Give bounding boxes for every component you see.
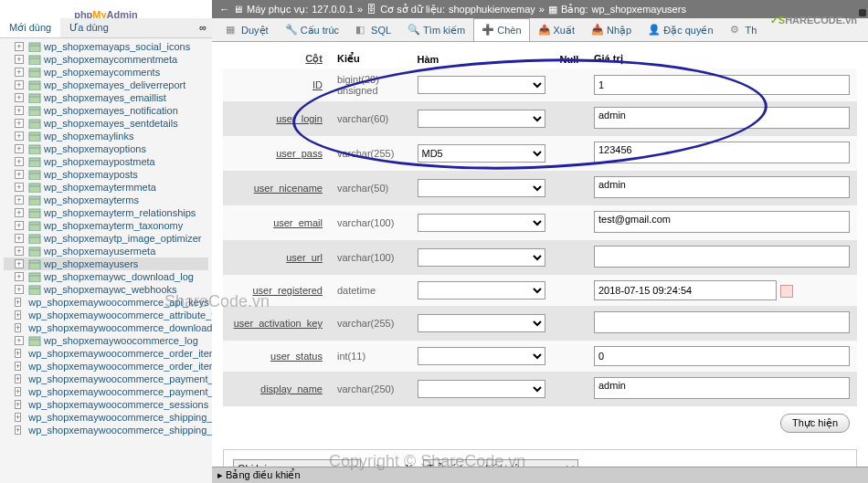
expand-icon[interactable]: +	[15, 131, 24, 141]
tree-item-wp_shopxemayterm_taxonomy[interactable]: +wp_shopxemayterm_taxonomy	[4, 219, 208, 232]
expand-icon[interactable]: +	[15, 80, 24, 89]
value-input-user_status[interactable]	[594, 346, 850, 366]
expand-icon[interactable]: +	[15, 68, 24, 77]
tab-cấu trúc[interactable]: 🔧Cấu trúc	[277, 18, 347, 41]
tree-item-wp_shopxemayes_notification[interactable]: +wp_shopxemayes_notification	[4, 104, 208, 117]
expand-icon[interactable]: +	[15, 144, 24, 153]
expand-icon[interactable]: +	[15, 413, 21, 422]
tree-item-wp_shopxemayposts[interactable]: +wp_shopxemayposts	[4, 168, 208, 181]
tree-item-wp_shopxemaywoocommerce_download[interactable]: +wp_shopxemaywoocommerce_download	[4, 321, 208, 334]
db-link[interactable]: shopphukienxemay	[449, 4, 535, 15]
tree-item-wp_shopxemayterm_relationships[interactable]: +wp_shopxemayterm_relationships	[4, 206, 208, 219]
value-input-user_url[interactable]	[594, 246, 850, 268]
expand-icon[interactable]: +	[15, 221, 24, 230]
tree-item-wp_shopxemaywoocommerce_payment_[interactable]: +wp_shopxemaywoocommerce_payment_	[4, 373, 208, 385]
expand-icon[interactable]: +	[15, 400, 21, 409]
nav-back-icon[interactable]: ←	[219, 4, 229, 15]
calendar-icon[interactable]	[780, 285, 793, 298]
function-select-user_email[interactable]	[418, 214, 545, 232]
tab-favorites[interactable]: Ưa dùng	[60, 18, 118, 37]
function-select-user_pass[interactable]: MD5	[418, 144, 545, 163]
tree-item-wp_shopxemayaps_social_icons[interactable]: +wp_shopxemayaps_social_icons	[4, 40, 208, 53]
tree-item-wp_shopxemaypostmeta[interactable]: +wp_shopxemaypostmeta	[4, 155, 208, 168]
expand-icon[interactable]: +	[15, 259, 24, 268]
tree-item-wp_shopxemaytermmeta[interactable]: +wp_shopxemaytermmeta	[4, 181, 208, 194]
function-select-user_registered[interactable]	[418, 281, 545, 299]
expand-icon[interactable]: +	[15, 55, 24, 64]
tab-duyệt[interactable]: ▦Duyệt	[217, 18, 277, 41]
tree-item-wp_shopxemaywoocommerce_order_iten[interactable]: +wp_shopxemaywoocommerce_order_iten	[4, 360, 208, 373]
expand-icon[interactable]: +	[15, 285, 24, 294]
expand-icon[interactable]: +	[15, 362, 21, 371]
expand-icon[interactable]: +	[15, 170, 24, 179]
tab-tìm kiếm[interactable]: 🔍Tìm kiếm	[399, 18, 473, 41]
expand-icon[interactable]: +	[15, 298, 21, 307]
expand-icon[interactable]: +	[15, 374, 21, 383]
value-input-ID[interactable]	[594, 75, 850, 95]
tab-chèn[interactable]: ➕Chèn	[473, 18, 529, 41]
tree-item-wp_shopxemaywoocommerce_shipping_[interactable]: +wp_shopxemaywoocommerce_shipping_	[4, 424, 208, 436]
collapse-icon[interactable]: ∞	[194, 18, 212, 37]
tree-item-wp_shopxemaycommentmeta[interactable]: +wp_shopxemaycommentmeta	[4, 53, 208, 66]
server-link[interactable]: 127.0.0.1	[312, 4, 354, 15]
expand-icon[interactable]: +	[15, 234, 24, 243]
tab-th[interactable]: ⚙Th	[722, 18, 766, 41]
table-link[interactable]: wp_shopxemayusers	[592, 4, 686, 15]
value-input-user_registered[interactable]	[594, 280, 777, 300]
tree-item-wp_shopxemaywoocommerce_order_iten[interactable]: +wp_shopxemaywoocommerce_order_iten	[4, 347, 208, 360]
tree-item-wp_shopxemaywc_download_log[interactable]: +wp_shopxemaywc_download_log	[4, 270, 208, 283]
expand-icon[interactable]: +	[15, 425, 21, 435]
tree-item-wp_shopxemayes_emaillist[interactable]: +wp_shopxemayes_emaillist	[4, 91, 208, 104]
expand-icon[interactable]: +	[15, 208, 24, 217]
expand-icon[interactable]: +	[15, 310, 21, 320]
expand-icon[interactable]: +	[15, 247, 24, 256]
tree-item-wp_shopxemaytp_image_optimizer[interactable]: +wp_shopxemaytp_image_optimizer	[4, 232, 208, 245]
value-input-user_pass[interactable]: 123456	[594, 142, 850, 163]
expand-icon[interactable]: +	[15, 336, 24, 345]
tab-nhập[interactable]: 📥Nhập	[583, 18, 640, 41]
expand-icon[interactable]: +	[15, 349, 21, 358]
expand-icon[interactable]: +	[15, 42, 24, 51]
function-select-user_status[interactable]	[418, 347, 545, 365]
tree-item-wp_shopxemaywoocommerce_payment_[interactable]: +wp_shopxemaywoocommerce_payment_	[4, 385, 208, 398]
tab-xuất[interactable]: 📤Xuất	[530, 18, 584, 41]
console-panel[interactable]: ▸ Bảng điều khiển	[212, 467, 868, 483]
expand-icon[interactable]: +	[15, 195, 24, 205]
tree-item-wp_shopxemayusers[interactable]: +wp_shopxemayusers	[4, 257, 208, 270]
expand-icon[interactable]: +	[15, 157, 24, 166]
tree-item-wp_shopxemayes_deliverreport[interactable]: +wp_shopxemayes_deliverreport	[4, 79, 208, 91]
console-expand-icon[interactable]: ▸	[217, 469, 223, 480]
function-select-display_name[interactable]	[418, 380, 545, 398]
after-action-select[interactable]: Trở về trang kế trước	[423, 459, 578, 467]
tab-đặc quyền[interactable]: 👤Đặc quyền	[640, 18, 721, 41]
db-tree[interactable]: +wp_shopxemayaps_social_icons+wp_shopxem…	[0, 38, 212, 483]
tree-item-wp_shopxemaywoocommerce_log[interactable]: +wp_shopxemaywoocommerce_log	[4, 334, 208, 347]
tree-item-wp_shopxemayusermeta[interactable]: +wp_shopxemayusermeta	[4, 245, 208, 257]
tree-item-wp_shopxemaywoocommerce_api_keys[interactable]: +wp_shopxemaywoocommerce_api_keys	[4, 296, 208, 309]
value-input-user_nicename[interactable]: admin	[594, 176, 850, 198]
tab-sql[interactable]: ◧SQL	[347, 18, 399, 41]
tree-item-wp_shopxemayes_sentdetails[interactable]: +wp_shopxemayes_sentdetails	[4, 117, 208, 130]
expand-icon[interactable]: +	[15, 323, 21, 332]
function-select-ID[interactable]	[418, 76, 545, 94]
value-input-user_activation_key[interactable]	[594, 311, 850, 333]
save-mode-select[interactable]: Ghi lại	[233, 459, 361, 467]
tree-item-wp_shopxemaywoocommerce_shipping_[interactable]: +wp_shopxemaywoocommerce_shipping_	[4, 411, 208, 424]
expand-icon[interactable]: +	[15, 387, 21, 396]
expand-icon[interactable]: +	[15, 183, 24, 192]
tree-item-wp_shopxemaylinks[interactable]: +wp_shopxemaylinks	[4, 130, 208, 142]
tree-item-wp_shopxemaywoocommerce_attribute_t[interactable]: +wp_shopxemaywoocommerce_attribute_t	[4, 309, 208, 321]
tree-item-wp_shopxemaycomments[interactable]: +wp_shopxemaycomments	[4, 66, 208, 79]
value-input-user_email[interactable]: test@gmail.com	[594, 211, 850, 233]
value-input-display_name[interactable]: admin	[594, 377, 850, 399]
function-select-user_url[interactable]	[418, 248, 545, 267]
execute-button[interactable]: Thực hiện	[780, 414, 850, 433]
function-select-user_login[interactable]	[418, 110, 545, 128]
expand-icon[interactable]: +	[15, 119, 24, 128]
expand-icon[interactable]: +	[15, 106, 24, 115]
tree-item-wp_shopxemaywoocommerce_sessions[interactable]: +wp_shopxemaywoocommerce_sessions	[4, 398, 208, 411]
tree-item-wp_shopxemaywc_webhooks[interactable]: +wp_shopxemaywc_webhooks	[4, 283, 208, 296]
value-input-user_login[interactable]: admin	[594, 107, 850, 129]
tree-item-wp_shopxemayoptions[interactable]: +wp_shopxemayoptions	[4, 142, 208, 155]
expand-icon[interactable]: +	[15, 93, 24, 102]
